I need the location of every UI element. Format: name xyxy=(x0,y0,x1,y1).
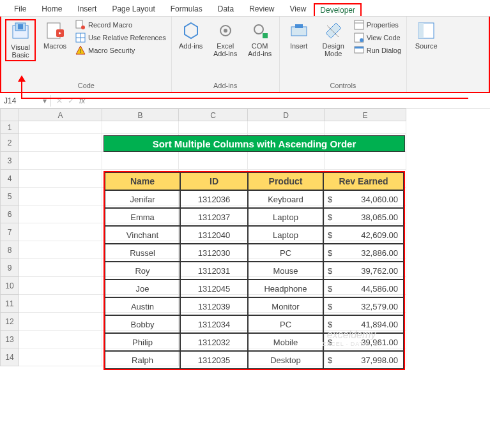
cell-product[interactable]: Mobile xyxy=(248,333,323,351)
visual-basic-button[interactable]: Visual Basic xyxy=(5,19,36,61)
cell-id[interactable]: 1312045 xyxy=(180,280,248,297)
properties-button[interactable]: Properties xyxy=(353,19,402,31)
tab-view[interactable]: View xyxy=(282,2,314,16)
cell-A2[interactable] xyxy=(19,134,102,152)
cell-product[interactable]: Headphone xyxy=(248,280,323,297)
cell-name[interactable]: Bobby xyxy=(105,315,180,333)
cell-product[interactable]: Monitor xyxy=(248,297,323,315)
col-header-E[interactable]: E xyxy=(325,108,406,121)
cell-rev[interactable]: $39,961.00 xyxy=(323,333,404,351)
cell-name[interactable]: Russel xyxy=(105,244,180,262)
excel-addins-button[interactable]: Excel Add-ins xyxy=(210,19,241,59)
row-header-3[interactable]: 3 xyxy=(0,152,19,170)
cell-D1[interactable] xyxy=(248,121,325,134)
tab-insert[interactable]: Insert xyxy=(70,2,104,16)
cell-name[interactable]: Philip xyxy=(105,333,180,351)
tab-file[interactable]: File xyxy=(6,2,34,16)
cell-B1[interactable] xyxy=(102,121,179,134)
cell-A13[interactable] xyxy=(19,331,102,348)
cell-E3[interactable] xyxy=(325,152,406,170)
cell-A14[interactable] xyxy=(19,348,102,366)
tab-data[interactable]: Data xyxy=(210,2,241,16)
cell-E1[interactable] xyxy=(325,121,406,134)
name-box[interactable]: J14 ▾ xyxy=(0,95,51,107)
use-relative-references-button[interactable]: Use Relative References xyxy=(74,32,167,43)
cell-product[interactable]: Laptop xyxy=(248,208,323,226)
cell-name[interactable]: Ralph xyxy=(105,351,180,369)
cell-A10[interactable] xyxy=(19,277,102,295)
cell-product[interactable]: PC xyxy=(248,244,323,262)
row-header-10[interactable]: 10 xyxy=(0,277,19,295)
cell-grid[interactable]: Sort Multiple Columns with Ascending Ord… xyxy=(19,121,406,366)
run-dialog-button[interactable]: Run Dialog xyxy=(353,45,402,56)
cell-id[interactable]: 1312032 xyxy=(180,333,248,351)
cell-C3[interactable] xyxy=(179,152,248,170)
cell-A1[interactable] xyxy=(19,121,102,134)
cell-name[interactable]: Roy xyxy=(105,262,180,280)
cell-id[interactable]: 1312036 xyxy=(180,190,248,208)
cell-name[interactable]: Vinchant xyxy=(105,226,180,244)
macro-security-button[interactable]: ! Macro Security xyxy=(74,45,167,56)
cell-id[interactable]: 1312034 xyxy=(180,315,248,333)
cell-id[interactable]: 1312039 xyxy=(180,297,248,315)
cell-name[interactable]: Austin xyxy=(105,297,180,315)
cell-rev[interactable]: $42,609.00 xyxy=(323,226,404,244)
cell-rev[interactable]: $39,762.00 xyxy=(323,262,404,280)
cell-name[interactable]: Jenifar xyxy=(105,190,180,208)
formula-input[interactable] xyxy=(90,93,490,108)
cell-A12[interactable] xyxy=(19,313,102,331)
cell-rev[interactable]: $32,886.00 xyxy=(323,244,404,262)
tab-formulas[interactable]: Formulas xyxy=(163,2,210,16)
cell-id[interactable]: 1312037 xyxy=(180,208,248,226)
row-header-7[interactable]: 7 xyxy=(0,223,19,241)
insert-control-button[interactable]: Insert xyxy=(284,19,314,51)
row-header-9[interactable]: 9 xyxy=(0,259,19,277)
cell-product[interactable]: PC xyxy=(248,315,323,333)
col-header-D[interactable]: D xyxy=(248,108,325,121)
cell-rev[interactable]: $32,579.00 xyxy=(323,297,404,315)
cell-rev[interactable]: $41,894.00 xyxy=(323,315,404,333)
cell-product[interactable]: Mouse xyxy=(248,262,323,280)
cell-D3[interactable] xyxy=(248,152,325,170)
select-all-corner[interactable] xyxy=(0,108,19,121)
row-header-8[interactable]: 8 xyxy=(0,241,19,259)
row-header-13[interactable]: 13 xyxy=(0,331,19,348)
cell-name[interactable]: Joe xyxy=(105,280,180,297)
cell-A5[interactable] xyxy=(19,188,102,205)
cell-id[interactable]: 1312035 xyxy=(180,351,248,369)
tab-review[interactable]: Review xyxy=(241,2,282,16)
cell-rev[interactable]: $34,060.00 xyxy=(323,190,404,208)
cell-name[interactable]: Emma xyxy=(105,208,180,226)
tab-pagelayout[interactable]: Page Layout xyxy=(104,2,162,16)
cell-rev[interactable]: $44,586.00 xyxy=(323,280,404,297)
cell-C1[interactable] xyxy=(179,121,248,134)
record-macro-button[interactable]: Record Macro xyxy=(74,19,167,31)
tab-home[interactable]: Home xyxy=(34,2,70,16)
col-header-C[interactable]: C xyxy=(179,108,248,121)
row-header-11[interactable]: 11 xyxy=(0,295,19,313)
col-header-A[interactable]: A xyxy=(19,108,102,121)
cell-A4[interactable] xyxy=(19,170,102,188)
cell-id[interactable]: 1312031 xyxy=(180,262,248,280)
tab-developer[interactable]: Developer xyxy=(314,3,362,16)
source-button[interactable]: Source xyxy=(411,19,441,51)
cell-A7[interactable] xyxy=(19,223,102,241)
cell-A3[interactable] xyxy=(19,152,102,170)
cell-A8[interactable] xyxy=(19,241,102,259)
cell-id[interactable]: 1312030 xyxy=(180,244,248,262)
col-header-B[interactable]: B xyxy=(102,108,179,121)
cell-product[interactable]: Laptop xyxy=(248,226,323,244)
row-header-5[interactable]: 5 xyxy=(0,188,19,205)
cell-product[interactable]: Desktop xyxy=(248,351,323,369)
com-addins-button[interactable]: COM Add-ins xyxy=(245,19,275,59)
row-header-4[interactable]: 4 xyxy=(0,170,19,188)
row-header-1[interactable]: 1 xyxy=(0,121,19,134)
addins-button[interactable]: Add-ins xyxy=(176,19,206,51)
row-header-12[interactable]: 12 xyxy=(0,313,19,331)
cell-A6[interactable] xyxy=(19,205,102,223)
cell-rev[interactable]: $37,998.00 xyxy=(323,351,404,369)
macros-button[interactable]: Macros xyxy=(40,19,70,51)
cell-rev[interactable]: $38,065.00 xyxy=(323,208,404,226)
design-mode-button[interactable]: Design Mode xyxy=(318,19,349,59)
cell-A11[interactable] xyxy=(19,295,102,313)
